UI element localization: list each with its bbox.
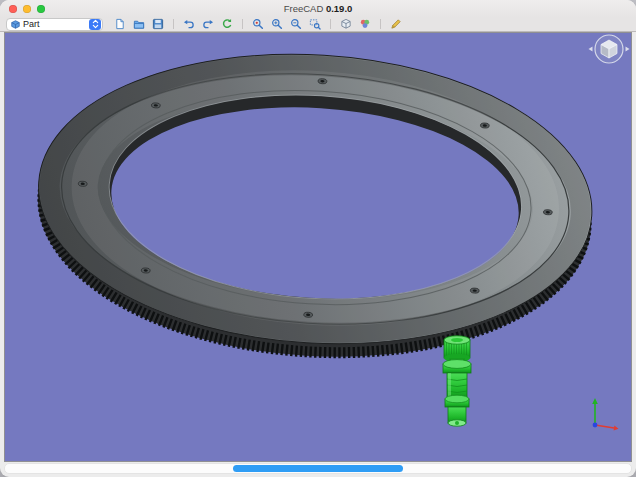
toolbar-separator: [173, 19, 174, 29]
toolbar-separator: [242, 19, 243, 29]
new-document-button[interactable]: [112, 17, 128, 31]
fit-all-icon: [252, 18, 264, 30]
measure-button[interactable]: [388, 17, 404, 31]
zoom-box-button[interactable]: [307, 17, 323, 31]
undo-button[interactable]: [181, 17, 197, 31]
toolbar: Part: [0, 17, 636, 32]
toolbar-buttons: [112, 17, 404, 31]
zoom-window-button[interactable]: [37, 5, 45, 13]
new-document-icon: [114, 18, 126, 30]
draw-style-icon: [340, 18, 352, 30]
undo-icon: [183, 18, 195, 30]
part-workbench-icon: [11, 20, 20, 29]
zoom-out-button[interactable]: [288, 17, 304, 31]
chevron-up-down-icon: [89, 19, 101, 30]
titlebar: FreeCAD 0.19.0: [0, 0, 636, 17]
navigation-cube[interactable]: [589, 35, 630, 63]
scrollbar-thumb[interactable]: [233, 465, 402, 472]
workbench-selector[interactable]: Part: [6, 18, 103, 31]
axis-indicator: [592, 398, 618, 431]
refresh-icon: [221, 18, 233, 30]
window-title: FreeCAD 0.19.0: [0, 0, 636, 17]
draw-style-button[interactable]: [338, 17, 354, 31]
zoom-in-button[interactable]: [269, 17, 285, 31]
save-icon: [152, 18, 164, 30]
toolbar-separator: [330, 19, 331, 29]
redo-button[interactable]: [200, 17, 216, 31]
open-folder-icon: [133, 18, 145, 30]
open-folder-button[interactable]: [131, 17, 147, 31]
traffic-lights: [9, 5, 45, 13]
app-version: 0.19.0: [326, 3, 352, 14]
zoom-out-icon: [290, 18, 302, 30]
set-colors-icon: [359, 18, 371, 30]
refresh-button[interactable]: [219, 17, 235, 31]
pinion-model[interactable]: [443, 336, 471, 426]
zoom-box-icon: [309, 18, 321, 30]
horizontal-scrollbar[interactable]: [4, 463, 632, 474]
fit-all-button[interactable]: [250, 17, 266, 31]
freecad-window: FreeCAD 0.19.0 Part: [0, 0, 636, 477]
3d-viewport[interactable]: [4, 32, 632, 462]
redo-icon: [202, 18, 214, 30]
minimize-button[interactable]: [23, 5, 31, 13]
workbench-selector-value: Part: [23, 18, 86, 30]
app-name: FreeCAD: [284, 3, 324, 14]
close-button[interactable]: [9, 5, 17, 13]
zoom-in-icon: [271, 18, 283, 30]
toolbar-separator: [380, 19, 381, 29]
measure-icon: [390, 18, 402, 30]
ring-gear-model[interactable]: [29, 38, 600, 372]
save-button[interactable]: [150, 17, 166, 31]
set-colors-button[interactable]: [357, 17, 373, 31]
